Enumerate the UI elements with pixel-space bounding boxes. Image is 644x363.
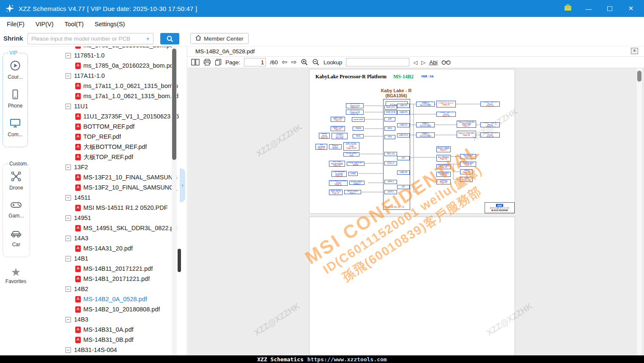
close-document-icon[interactable]: ✕: [631, 48, 638, 54]
tree-scrollbar-thumb[interactable]: [172, 49, 176, 160]
tree-group-row[interactable]: −14B2: [32, 284, 187, 294]
tree-file-row[interactable]: MS-14B11_20171221.pdf: [32, 264, 187, 274]
tree-file-row[interactable]: 大板TOP_REF.pdf: [32, 152, 187, 162]
pdf-icon: [75, 113, 81, 120]
app-window: XZZ Schematics V4.77 [ VIP Due date: 202…: [0, 0, 644, 363]
member-center-button[interactable]: Member Center: [190, 33, 249, 44]
briefcase-icon[interactable]: [564, 4, 572, 13]
tree-group-row[interactable]: −117A11-1.0: [32, 71, 187, 81]
lookup-input[interactable]: [346, 58, 409, 66]
tree-file-row[interactable]: MS-14B2_10_20180808.pdf: [32, 304, 187, 314]
collapse-icon[interactable]: −: [66, 215, 71, 221]
tree-file-row[interactable]: MS-13F21_10_FINAL_SAMSUNG: [32, 172, 187, 182]
sidebar-item-computer[interactable]: Com...: [8, 118, 22, 138]
menu-item-settingss[interactable]: Settings(S): [95, 21, 125, 28]
tree-item-label: MS-14B31_0B.pdf: [83, 336, 134, 343]
inner-scrollbar-thumb[interactable]: [178, 249, 181, 272]
tree-file-row[interactable]: MS-14A31_20.pdf: [32, 243, 187, 253]
search-box[interactable]: ▼: [27, 33, 153, 44]
tree-group-row[interactable]: −14A3: [32, 233, 187, 243]
sidebar-item-course[interactable]: Cour...: [8, 60, 22, 80]
collapse-icon[interactable]: −: [66, 104, 71, 109]
search-button[interactable]: [160, 33, 179, 44]
tree-file-row[interactable]: 11U1_Z3735F_V1_1_20150623 16: [32, 111, 187, 121]
menu-item-vipv[interactable]: VIP(V): [36, 21, 54, 28]
cpu-stub: USB3 P2: [397, 104, 410, 108]
tree-file-row[interactable]: TOP_REF.pdf: [32, 132, 187, 142]
tree-group-row[interactable]: −13F2: [32, 162, 187, 172]
tree-file-row[interactable]: MS-14B31_0A.pdf: [32, 324, 187, 335]
tree-group-row[interactable]: −14B1: [32, 253, 187, 264]
tree-file-row[interactable]: MS_14951_SKL_DDR3L_0822.pd: [32, 223, 187, 233]
menu-item-filef[interactable]: File(F): [7, 21, 25, 28]
zoom-out-icon[interactable]: [312, 58, 320, 66]
tree-file-row[interactable]: ms_1785_0a_20160622_bom.pdf: [32, 47, 187, 50]
schematic-box: 4G GDDR5Page 17: [315, 144, 327, 150]
tree-file-row[interactable]: ms_17a11_1.0_0621_1315_bom.p: [32, 81, 187, 91]
next-page-icon[interactable]: ⇨: [291, 59, 296, 66]
sidebar-item-drone[interactable]: Drone: [9, 171, 23, 191]
tree-file-row[interactable]: ms_1785_0a_20160223_bom.pdf: [32, 60, 187, 71]
tree-file-row[interactable]: MS-14B2_0A_0528.pdf: [32, 294, 187, 304]
tree-group-row[interactable]: −117851-1.0: [32, 50, 187, 60]
page-ref: Page 30: [321, 137, 328, 139]
cpu-stub: SATA 1: [384, 180, 397, 184]
match-case-toggle[interactable]: Abi: [429, 59, 438, 66]
find-next-icon[interactable]: ▷: [421, 59, 425, 66]
tree-scrollbar[interactable]: [172, 47, 177, 355]
collapse-icon[interactable]: −: [66, 236, 71, 241]
sidebar-item-phone[interactable]: Phone: [8, 89, 23, 109]
shrink-button[interactable]: Shrink: [3, 35, 23, 42]
tree-group-row[interactable]: −14951: [32, 213, 187, 223]
tree-group-row[interactable]: −14511: [32, 192, 187, 203]
viewer-scrollbar[interactable]: [637, 68, 642, 355]
zoom-in-icon[interactable]: [301, 58, 308, 66]
tree-file-row[interactable]: MSI MS-14511 R1.2 0520.PDF: [32, 203, 187, 213]
collapse-icon[interactable]: −: [66, 317, 71, 322]
tree-item-label: 117851-1.0: [74, 52, 104, 59]
tree-group-row[interactable]: −11U1: [32, 101, 187, 111]
two-page-view-icon[interactable]: [191, 59, 200, 66]
collapse-icon[interactable]: −: [66, 256, 71, 261]
maximize-button[interactable]: [605, 5, 614, 12]
collapse-icon[interactable]: −: [66, 195, 71, 201]
page-number-input[interactable]: [244, 58, 266, 66]
collapse-icon[interactable]: −: [66, 53, 71, 58]
sidebar-item-label: Cour...: [8, 74, 22, 80]
tree-group-row[interactable]: −14B31-14S-004: [32, 345, 187, 355]
viewer-scrollbar-thumb[interactable]: [637, 71, 641, 82]
panel-collapse-handle[interactable]: ‹: [180, 168, 185, 202]
sidebar-item-favorites[interactable]: ★ Favorites: [0, 267, 32, 284]
schematic-box-label: Level shift: [354, 118, 363, 121]
collapse-icon[interactable]: −: [66, 286, 71, 292]
sidebar-item-car[interactable]: Car: [10, 228, 22, 248]
file-tree: ms_1785_0a_20160622_bom.pdf−117851-1.0ms…: [32, 47, 187, 355]
search-input[interactable]: [28, 36, 145, 42]
chevron-down-icon[interactable]: ▼: [145, 36, 153, 41]
tree-group-row[interactable]: −14B3: [32, 314, 187, 324]
tree-file-row[interactable]: MS-14B31_0B.pdf: [32, 335, 187, 345]
find-previous-icon[interactable]: ◁: [413, 59, 417, 66]
sidebar-item-game[interactable]: Gam...: [8, 200, 24, 219]
print-icon[interactable]: [203, 59, 211, 66]
phone-icon: [10, 89, 21, 102]
document-tab[interactable]: MS-14B2_0A_0528.pdf: [188, 48, 255, 55]
app-logo-icon: [5, 4, 14, 13]
copy-icon[interactable]: [215, 59, 222, 66]
previous-page-icon[interactable]: ⇦: [282, 59, 287, 66]
tree-file-row[interactable]: MS-13F2_10_FINAL_SAMSUNG_: [32, 182, 187, 192]
collapse-icon[interactable]: −: [66, 347, 71, 353]
collapse-icon[interactable]: −: [66, 73, 71, 79]
advanced-search-icon[interactable]: [441, 59, 451, 65]
collapse-icon[interactable]: −: [66, 165, 71, 170]
tree-file-row[interactable]: MS-14B1_20171221.pdf: [32, 274, 187, 284]
page-ref: Page 13: [351, 107, 359, 108]
cpu-stub: SPI: [397, 185, 410, 189]
tree-file-row[interactable]: 大板BOTTOM_REF.pdf: [32, 142, 187, 152]
tree-file-row[interactable]: BOTTOM_REF.pdf: [32, 121, 187, 132]
close-button[interactable]: ✕: [626, 5, 636, 12]
minimize-button[interactable]: —: [584, 5, 593, 12]
menu-item-toolt[interactable]: Tool(T): [65, 21, 84, 28]
tree-file-row[interactable]: ms_17a1_1.0_0621_1315_bom.pd: [32, 91, 187, 101]
schematic-title: KabyLake Processor-R Platform: [315, 74, 386, 80]
